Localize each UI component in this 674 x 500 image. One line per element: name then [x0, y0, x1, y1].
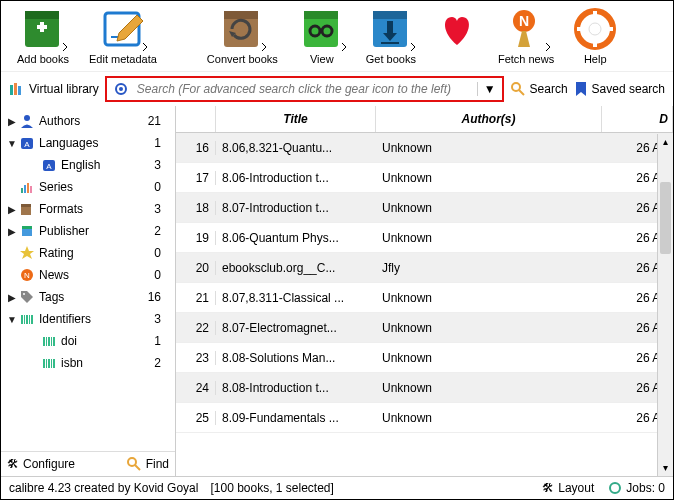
add-books-button[interactable]: Add books: [7, 5, 79, 67]
cell-title: 8.08-Solutions Man...: [216, 351, 376, 365]
col-title[interactable]: Title: [216, 106, 376, 132]
tree-item-isbn[interactable]: isbn2: [1, 352, 175, 374]
cell-title: 8.08-Introduction t...: [216, 381, 376, 395]
help-button[interactable]: Help: [564, 5, 626, 67]
tree-item-series[interactable]: Series0: [1, 176, 175, 198]
edit-metadata-button[interactable]: Edit metadata: [79, 5, 167, 67]
cell-author: Unknown: [376, 321, 602, 335]
tree-count: 3: [154, 158, 161, 172]
table-row[interactable]: 188.07-Introduction t...Unknown26 Au: [176, 193, 673, 223]
svg-rect-39: [27, 183, 29, 193]
svg-rect-48: [21, 315, 23, 324]
series-icon: [19, 179, 35, 195]
edit-metadata-label: Edit metadata: [89, 53, 157, 65]
gear-icon[interactable]: [107, 81, 135, 97]
expand-arrow[interactable]: ▶: [5, 116, 19, 127]
table-row[interactable]: 20ebooksclub.org__C...Jfly26 Au: [176, 253, 673, 283]
view-button[interactable]: View: [288, 5, 356, 67]
jobs-button[interactable]: Jobs: 0: [608, 481, 665, 495]
status-count: [100 books, 1 selected]: [210, 481, 333, 495]
tree-count: 0: [154, 268, 161, 282]
scroll-thumb[interactable]: [660, 182, 671, 254]
vertical-scrollbar[interactable]: ▴ ▾: [657, 134, 673, 476]
svg-rect-59: [46, 359, 47, 368]
expand-arrow[interactable]: ▼: [5, 314, 19, 325]
status-app: calibre 4.23 created by Kovid Goyal: [9, 481, 198, 495]
search-dropdown[interactable]: ▼: [477, 82, 502, 96]
svg-rect-15: [387, 21, 393, 33]
col-date[interactable]: D: [602, 106, 673, 132]
fetch-news-button[interactable]: N Fetch news: [488, 5, 564, 67]
search-input[interactable]: [135, 80, 477, 98]
tree-label: Formats: [39, 202, 83, 216]
scroll-down-icon[interactable]: ▾: [658, 460, 673, 476]
layout-button[interactable]: 🛠 Layout: [542, 481, 594, 495]
convert-books-icon: [218, 7, 266, 51]
table-row[interactable]: 238.08-Solutions Man...Unknown26 Au: [176, 343, 673, 373]
layout-icon: 🛠: [542, 481, 554, 495]
expand-arrow[interactable]: ▶: [5, 204, 19, 215]
table-row[interactable]: 178.06-Introduction t...Unknown26 Au: [176, 163, 673, 193]
publisher-icon: [19, 223, 35, 239]
row-number: 22: [176, 321, 216, 335]
expand-arrow[interactable]: ▼: [5, 138, 19, 149]
table-row[interactable]: 258.09-Fundamentals ...Unknown26 Au: [176, 403, 673, 433]
col-author[interactable]: Author(s): [376, 106, 602, 132]
tree-item-english[interactable]: AEnglish3: [1, 154, 175, 176]
cell-title: ebooksclub.org__C...: [216, 261, 376, 275]
heart-button[interactable]: [426, 5, 488, 67]
table-row[interactable]: 198.06-Quantum Phys...Unknown26 Au: [176, 223, 673, 253]
cell-author: Jfly: [376, 261, 602, 275]
svg-rect-14: [373, 11, 407, 19]
saved-search-button[interactable]: Saved search: [574, 81, 665, 97]
category-tree[interactable]: ▶Authors21▼ALanguages1AEnglish3Series0▶F…: [1, 106, 175, 451]
view-icon: [298, 7, 346, 51]
table-row[interactable]: 248.08-Introduction t...Unknown26 Au: [176, 373, 673, 403]
svg-rect-53: [43, 337, 45, 346]
cell-author: Unknown: [376, 171, 602, 185]
get-books-button[interactable]: Get books: [356, 5, 426, 67]
svg-line-64: [135, 465, 140, 470]
find-button[interactable]: Find: [126, 456, 169, 472]
expand-arrow[interactable]: ▶: [5, 226, 19, 237]
table-row[interactable]: 218.07,8.311-Classical ...Unknown26 Au: [176, 283, 673, 313]
cell-title: 8.07-Electromagnet...: [216, 321, 376, 335]
cell-author: Unknown: [376, 291, 602, 305]
row-number: 24: [176, 381, 216, 395]
tree-item-rating[interactable]: Rating0: [1, 242, 175, 264]
expand-arrow[interactable]: ▶: [5, 292, 19, 303]
table-row[interactable]: 168.06,8.321-Quantu...Unknown26 Au: [176, 133, 673, 163]
tree-count: 0: [154, 246, 161, 260]
scroll-up-icon[interactable]: ▴: [658, 134, 673, 150]
convert-books-button[interactable]: Convert books: [197, 5, 288, 67]
cell-title: 8.09-Fundamentals ...: [216, 411, 376, 425]
ident-icon: [41, 355, 57, 371]
tree-item-identifiers[interactable]: ▼Identifiers3: [1, 308, 175, 330]
table-row[interactable]: 228.07-Electromagnet...Unknown26 Au: [176, 313, 673, 343]
bookmark-icon: [574, 81, 588, 97]
fetch-news-icon: N: [502, 7, 550, 51]
search-button[interactable]: Search: [510, 81, 568, 97]
cell-title: 8.06,8.321-Quantu...: [216, 141, 376, 155]
tree-item-doi[interactable]: doi1: [1, 330, 175, 352]
svg-text:A: A: [24, 140, 30, 149]
tree-count: 2: [154, 224, 161, 238]
tree-label: Tags: [39, 290, 64, 304]
tree-item-authors[interactable]: ▶Authors21: [1, 110, 175, 132]
get-books-icon: [367, 7, 415, 51]
tree-item-formats[interactable]: ▶Formats3: [1, 198, 175, 220]
wrench-icon: 🛠: [7, 457, 19, 471]
get-books-label: Get books: [366, 53, 416, 65]
cell-author: Unknown: [376, 381, 602, 395]
virtual-library-button[interactable]: Virtual library: [9, 81, 99, 97]
svg-rect-54: [46, 337, 47, 346]
book-table: Title Author(s) D 168.06,8.321-Quantu...…: [176, 106, 673, 476]
row-number: 19: [176, 231, 216, 245]
tree-item-tags[interactable]: ▶Tags16: [1, 286, 175, 308]
cell-author: Unknown: [376, 351, 602, 365]
tree-item-publisher[interactable]: ▶Publisher2: [1, 220, 175, 242]
tree-item-news[interactable]: NNews0: [1, 264, 175, 286]
configure-button[interactable]: 🛠 Configure: [7, 456, 75, 472]
tree-item-languages[interactable]: ▼ALanguages1: [1, 132, 175, 154]
svg-point-65: [610, 483, 620, 493]
